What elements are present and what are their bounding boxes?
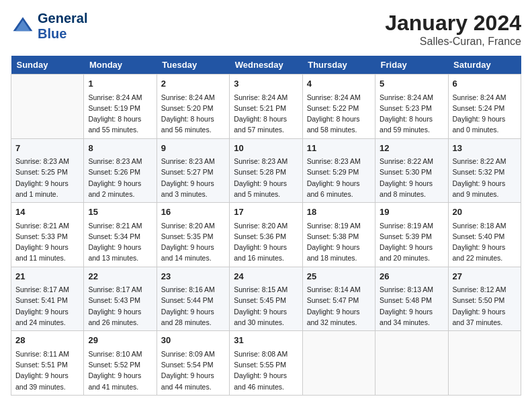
day-info: Sunrise: 8:24 AM Sunset: 5:23 PM Dayligh… — [380, 92, 443, 136]
calendar-day-cell: 8Sunrise: 8:23 AM Sunset: 5:26 PM Daylig… — [84, 138, 157, 203]
month-title: January 2024 — [385, 11, 521, 36]
day-number: 21 — [15, 270, 79, 283]
calendar-day-cell: 7Sunrise: 8:23 AM Sunset: 5:25 PM Daylig… — [11, 138, 84, 203]
day-info: Sunrise: 8:15 AM Sunset: 5:45 PM Dayligh… — [234, 284, 298, 328]
day-number: 22 — [88, 270, 152, 283]
calendar-day-cell: 22Sunrise: 8:17 AM Sunset: 5:43 PM Dayli… — [84, 267, 157, 331]
weekday-header-cell: Thursday — [302, 56, 375, 75]
day-info: Sunrise: 8:23 AM Sunset: 5:26 PM Dayligh… — [88, 156, 152, 199]
calendar-day-cell: 21Sunrise: 8:17 AM Sunset: 5:41 PM Dayli… — [11, 267, 84, 331]
day-number: 15 — [88, 205, 152, 219]
calendar-table: SundayMondayTuesdayWednesdayThursdayFrid… — [11, 56, 521, 396]
logo-blue-text: Blue — [38, 26, 87, 42]
calendar-day-cell — [11, 75, 84, 139]
calendar-day-cell: 6Sunrise: 8:24 AM Sunset: 5:24 PM Daylig… — [448, 75, 521, 139]
calendar-day-cell — [375, 331, 448, 396]
calendar-day-cell — [448, 331, 521, 396]
day-info: Sunrise: 8:24 AM Sunset: 5:21 PM Dayligh… — [234, 92, 298, 136]
calendar-day-cell: 31Sunrise: 8:08 AM Sunset: 5:55 PM Dayli… — [230, 331, 302, 396]
calendar-day-cell: 15Sunrise: 8:21 AM Sunset: 5:34 PM Dayli… — [84, 203, 157, 267]
day-info: Sunrise: 8:23 AM Sunset: 5:28 PM Dayligh… — [234, 156, 298, 199]
day-info: Sunrise: 8:14 AM Sunset: 5:47 PM Dayligh… — [307, 284, 371, 328]
day-info: Sunrise: 8:09 AM Sunset: 5:54 PM Dayligh… — [161, 349, 225, 392]
calendar-title-block: January 2024 Salles-Curan, France — [385, 11, 521, 48]
location-subtitle: Salles-Curan, France — [385, 36, 521, 48]
day-info: Sunrise: 8:11 AM Sunset: 5:51 PM Dayligh… — [15, 349, 79, 392]
day-number: 7 — [15, 142, 79, 155]
calendar-week-row: 21Sunrise: 8:17 AM Sunset: 5:41 PM Dayli… — [11, 267, 521, 331]
day-number: 19 — [380, 205, 443, 219]
day-number: 25 — [307, 270, 371, 283]
day-info: Sunrise: 8:23 AM Sunset: 5:27 PM Dayligh… — [161, 156, 225, 199]
calendar-day-cell: 5Sunrise: 8:24 AM Sunset: 5:23 PM Daylig… — [375, 75, 448, 139]
day-info: Sunrise: 8:19 AM Sunset: 5:39 PM Dayligh… — [380, 220, 443, 264]
day-info: Sunrise: 8:22 AM Sunset: 5:32 PM Dayligh… — [453, 156, 517, 199]
weekday-header-cell: Tuesday — [157, 56, 229, 75]
logo-icon — [11, 14, 35, 38]
calendar-day-cell: 30Sunrise: 8:09 AM Sunset: 5:54 PM Dayli… — [157, 331, 229, 396]
day-info: Sunrise: 8:20 AM Sunset: 5:36 PM Dayligh… — [234, 220, 298, 264]
calendar-day-cell: 12Sunrise: 8:22 AM Sunset: 5:30 PM Dayli… — [375, 138, 448, 203]
calendar-day-cell: 14Sunrise: 8:21 AM Sunset: 5:33 PM Dayli… — [11, 203, 84, 267]
day-number: 6 — [453, 77, 517, 91]
calendar-day-cell: 17Sunrise: 8:20 AM Sunset: 5:36 PM Dayli… — [230, 203, 302, 267]
logo: General Blue — [11, 11, 87, 42]
day-number: 23 — [161, 270, 225, 283]
calendar-day-cell: 26Sunrise: 8:13 AM Sunset: 5:48 PM Dayli… — [375, 267, 448, 331]
day-number: 16 — [161, 205, 225, 219]
day-info: Sunrise: 8:13 AM Sunset: 5:48 PM Dayligh… — [380, 284, 443, 328]
day-number: 2 — [161, 77, 225, 91]
day-info: Sunrise: 8:21 AM Sunset: 5:33 PM Dayligh… — [15, 220, 79, 264]
weekday-header-row: SundayMondayTuesdayWednesdayThursdayFrid… — [11, 56, 521, 75]
day-number: 30 — [161, 334, 225, 347]
day-info: Sunrise: 8:16 AM Sunset: 5:44 PM Dayligh… — [161, 284, 225, 328]
calendar-day-cell: 9Sunrise: 8:23 AM Sunset: 5:27 PM Daylig… — [157, 138, 229, 203]
day-number: 8 — [88, 142, 152, 155]
day-number: 26 — [380, 270, 443, 283]
calendar-day-cell: 19Sunrise: 8:19 AM Sunset: 5:39 PM Dayli… — [375, 203, 448, 267]
day-number: 31 — [234, 334, 298, 347]
day-info: Sunrise: 8:21 AM Sunset: 5:34 PM Dayligh… — [88, 220, 152, 264]
calendar-day-cell: 11Sunrise: 8:23 AM Sunset: 5:29 PM Dayli… — [302, 138, 375, 203]
day-number: 29 — [88, 334, 152, 347]
day-number: 28 — [15, 334, 79, 347]
calendar-day-cell: 27Sunrise: 8:12 AM Sunset: 5:50 PM Dayli… — [448, 267, 521, 331]
weekday-header-cell: Monday — [84, 56, 157, 75]
day-info: Sunrise: 8:12 AM Sunset: 5:50 PM Dayligh… — [453, 284, 517, 328]
day-info: Sunrise: 8:10 AM Sunset: 5:52 PM Dayligh… — [88, 349, 152, 392]
day-number: 4 — [307, 77, 371, 91]
calendar-day-cell: 18Sunrise: 8:19 AM Sunset: 5:38 PM Dayli… — [302, 203, 375, 267]
day-number: 24 — [234, 270, 298, 283]
weekday-header-cell: Sunday — [11, 56, 84, 75]
calendar-day-cell: 28Sunrise: 8:11 AM Sunset: 5:51 PM Dayli… — [11, 331, 84, 396]
calendar-body: 1Sunrise: 8:24 AM Sunset: 5:19 PM Daylig… — [11, 75, 521, 396]
day-number: 1 — [88, 77, 152, 91]
day-number: 27 — [453, 270, 517, 283]
weekday-header-cell: Saturday — [448, 56, 521, 75]
calendar-day-cell: 13Sunrise: 8:22 AM Sunset: 5:32 PM Dayli… — [448, 138, 521, 203]
calendar-day-cell — [302, 331, 375, 396]
calendar-week-row: 14Sunrise: 8:21 AM Sunset: 5:33 PM Dayli… — [11, 203, 521, 267]
day-number: 20 — [453, 205, 517, 219]
calendar-day-cell: 16Sunrise: 8:20 AM Sunset: 5:35 PM Dayli… — [157, 203, 229, 267]
calendar-week-row: 1Sunrise: 8:24 AM Sunset: 5:19 PM Daylig… — [11, 75, 521, 139]
day-number: 5 — [380, 77, 443, 91]
day-info: Sunrise: 8:24 AM Sunset: 5:20 PM Dayligh… — [161, 92, 225, 136]
weekday-header-cell: Friday — [375, 56, 448, 75]
day-number: 3 — [234, 77, 298, 91]
day-number: 11 — [307, 142, 371, 155]
calendar-week-row: 7Sunrise: 8:23 AM Sunset: 5:25 PM Daylig… — [11, 138, 521, 203]
day-info: Sunrise: 8:17 AM Sunset: 5:43 PM Dayligh… — [88, 284, 152, 328]
calendar-day-cell: 23Sunrise: 8:16 AM Sunset: 5:44 PM Dayli… — [157, 267, 229, 331]
calendar-day-cell: 29Sunrise: 8:10 AM Sunset: 5:52 PM Dayli… — [84, 331, 157, 396]
day-number: 18 — [307, 205, 371, 219]
day-number: 9 — [161, 142, 225, 155]
weekday-header-cell: Wednesday — [230, 56, 302, 75]
calendar-day-cell: 24Sunrise: 8:15 AM Sunset: 5:45 PM Dayli… — [230, 267, 302, 331]
calendar-week-row: 28Sunrise: 8:11 AM Sunset: 5:51 PM Dayli… — [11, 331, 521, 396]
day-info: Sunrise: 8:24 AM Sunset: 5:22 PM Dayligh… — [307, 92, 371, 136]
day-number: 13 — [453, 142, 517, 155]
logo-general-text: General — [38, 11, 87, 26]
page-header: General Blue January 2024 Salles-Curan, … — [11, 11, 521, 48]
day-number: 14 — [15, 205, 79, 219]
